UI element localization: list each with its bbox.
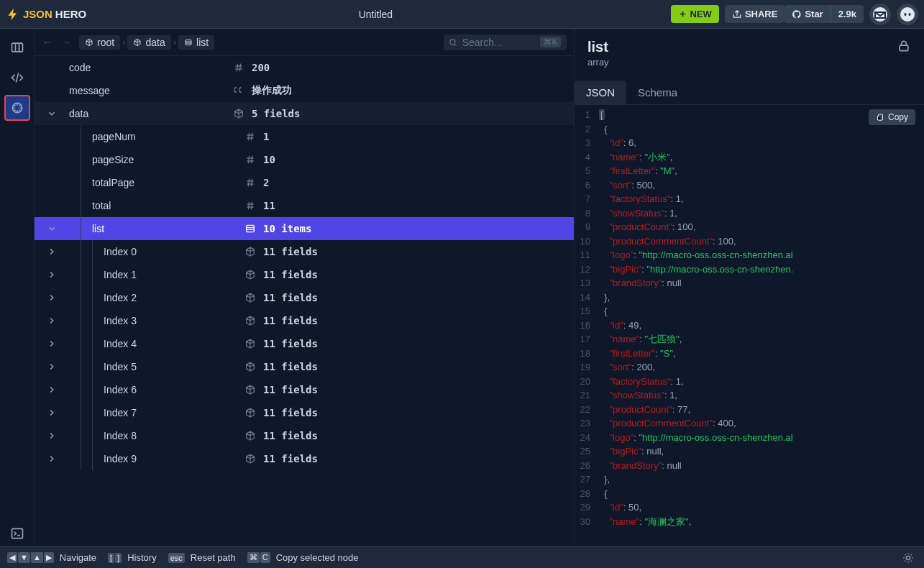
- tree-row[interactable]: Index 211 fields: [35, 286, 574, 309]
- tree-row[interactable]: Index 711 fields: [35, 401, 574, 424]
- lock-button[interactable]: [897, 39, 911, 53]
- token: 500: [637, 180, 653, 191]
- tree-row[interactable]: data5 fields: [35, 102, 574, 125]
- indent-guide: [92, 424, 93, 447]
- chevron-col[interactable]: [35, 224, 69, 234]
- github-icon: [792, 9, 802, 19]
- tree-row[interactable]: total11: [35, 194, 574, 217]
- tree-row[interactable]: Index 411 fields: [35, 332, 574, 355]
- github-star-count[interactable]: 2.9k: [831, 5, 864, 23]
- line-content: "firstLetter": "S",: [599, 347, 924, 361]
- nav-forward[interactable]: →: [60, 36, 72, 49]
- token: :: [671, 376, 676, 387]
- code[interactable]: 1[2 {3 "id": 6,4 "name": "小米",5 "firstLe…: [575, 105, 924, 531]
- indent: [69, 148, 92, 171]
- token: [599, 460, 609, 471]
- share-button[interactable]: SHARE: [725, 5, 785, 23]
- tree-row[interactable]: Index 611 fields: [35, 378, 574, 401]
- tree-row[interactable]: message操作成功: [35, 79, 574, 102]
- indent-guide: [81, 263, 81, 286]
- indent-guide: [92, 263, 93, 286]
- gutter: 26: [575, 459, 599, 473]
- chevron-col[interactable]: [35, 408, 69, 418]
- token: [599, 264, 609, 275]
- crumb-sep: ›: [173, 37, 177, 47]
- token: [599, 418, 609, 429]
- columns-view-button[interactable]: [4, 35, 30, 60]
- tree-row[interactable]: list10 items: [35, 217, 574, 240]
- token: ,: [652, 362, 655, 372]
- tree-row[interactable]: Index 011 fields: [35, 240, 574, 263]
- new-button[interactable]: NEW: [671, 5, 719, 23]
- token: 49: [628, 320, 639, 331]
- token: "firstLetter": [609, 165, 654, 176]
- terminal-icon: [10, 526, 24, 541]
- token: "http://macro-oss.oss-cn-shenzhen.al: [639, 249, 793, 260]
- tree-row[interactable]: pageNum1: [35, 125, 574, 148]
- toolbar: ← → root›data›list Search... ⌘K: [35, 29, 574, 56]
- chevron-col[interactable]: [35, 316, 69, 326]
- token: [599, 278, 609, 288]
- github-star-button[interactable]: Star: [785, 5, 830, 23]
- tree-row[interactable]: Index 111 fields: [35, 263, 574, 286]
- token: :: [633, 432, 639, 443]
- chevron-col[interactable]: [35, 109, 69, 119]
- tree-row[interactable]: code200: [35, 56, 574, 79]
- line-content: "showStatus": 1,: [599, 206, 924, 221]
- copy-label: Copy: [888, 112, 908, 122]
- row-label: data: [69, 108, 233, 119]
- nav-back[interactable]: ←: [42, 36, 53, 49]
- chevron-right-icon: [47, 247, 57, 257]
- code-line: 15 {: [575, 304, 924, 319]
- token: [599, 165, 609, 176]
- chevron-col[interactable]: [35, 270, 69, 280]
- chevron-col[interactable]: [35, 247, 69, 257]
- indent: [69, 194, 92, 217]
- chevron-col[interactable]: [35, 293, 69, 303]
- tab-schema[interactable]: Schema: [626, 81, 689, 104]
- code-view-button[interactable]: [4, 65, 30, 91]
- chevron-down-icon: [47, 109, 57, 119]
- terminal-button[interactable]: [4, 521, 30, 546]
- token: ,: [662, 446, 664, 457]
- tree-row[interactable]: pageSize10: [35, 148, 574, 171]
- tree-view-button[interactable]: [4, 95, 30, 121]
- line-content: "showStatus": 1,: [599, 388, 924, 403]
- mail-button[interactable]: [869, 4, 891, 25]
- chevron-col[interactable]: [35, 385, 69, 395]
- line-content: "name": "小米",: [599, 150, 924, 165]
- center-panel: ← → root›data›list Search... ⌘K code200m…: [35, 29, 575, 546]
- indent: [69, 263, 104, 286]
- gutter: 22: [575, 403, 599, 417]
- tree-row[interactable]: totalPage2: [35, 171, 574, 194]
- list-icon: [184, 38, 193, 47]
- gutter: 12: [575, 262, 599, 277]
- token: [: [599, 109, 605, 120]
- token: "logo": [609, 432, 633, 443]
- tree-row[interactable]: Index 311 fields: [35, 309, 574, 332]
- line-content: {: [599, 304, 924, 319]
- tree-row[interactable]: Index 511 fields: [35, 355, 574, 378]
- chevron-col[interactable]: [35, 431, 69, 441]
- line-content: "brandStory": null: [599, 276, 924, 290]
- indent: [69, 240, 104, 263]
- tree-row[interactable]: Index 911 fields: [35, 447, 574, 470]
- chevron-col[interactable]: [35, 339, 69, 349]
- tab-json[interactable]: JSON: [575, 81, 626, 104]
- theme-toggle[interactable]: [900, 549, 917, 567]
- esc-key: esc: [168, 553, 185, 563]
- chevron-col[interactable]: [35, 454, 69, 464]
- search-box[interactable]: Search... ⌘K: [444, 35, 567, 50]
- crumb-data[interactable]: data: [127, 35, 170, 50]
- document-title[interactable]: Untitled: [86, 9, 664, 20]
- chevron-col[interactable]: [35, 362, 69, 372]
- tree-row[interactable]: Index 811 fields: [35, 424, 574, 447]
- row-label: Index 5: [104, 361, 244, 372]
- crumb-list[interactable]: list: [178, 35, 214, 50]
- logo[interactable]: JSONHERO: [6, 7, 86, 22]
- gutter: 9: [575, 220, 599, 234]
- gutter: 6: [575, 178, 599, 193]
- discord-button[interactable]: [897, 4, 918, 25]
- copy-button[interactable]: Copy: [869, 109, 915, 125]
- crumb-root[interactable]: root: [79, 35, 120, 50]
